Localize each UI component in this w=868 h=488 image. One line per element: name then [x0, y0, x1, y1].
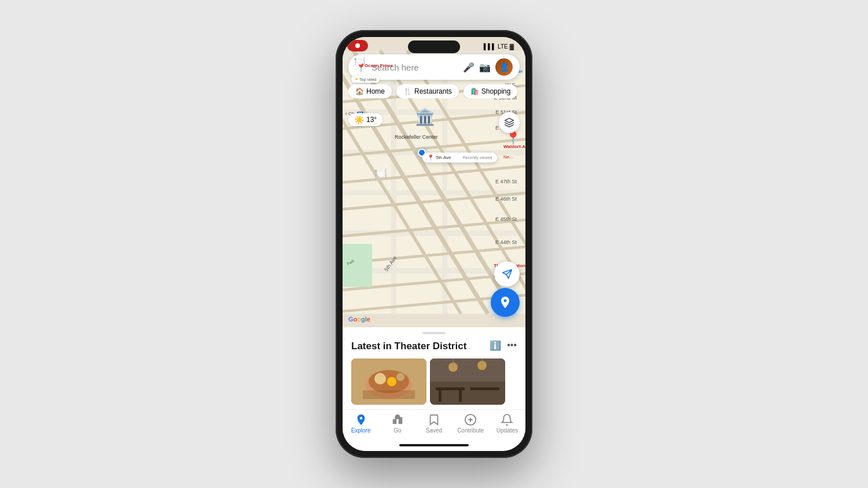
nav-contribute-label: Contribute [457, 427, 484, 434]
photo-thumb-2[interactable] [430, 358, 505, 405]
pill-shopping-label: Shopping [481, 87, 511, 95]
pill-restaurants-label: Restaurants [414, 87, 452, 95]
svg-rect-48 [436, 387, 465, 390]
recently-viewed-bubble[interactable]: 📍 5th Ave Recently viewed [422, 153, 497, 162]
more-options-icon[interactable]: ••• [507, 340, 517, 350]
record-button[interactable] [347, 40, 368, 51]
user-avatar[interactable]: 👤 [495, 58, 513, 76]
battery-icon: ▓ [510, 43, 514, 50]
home-indicator [399, 444, 469, 446]
nav-explore-label: Explore [351, 427, 371, 434]
bottom-nav: Explore Go Saved [343, 409, 525, 439]
info-icon[interactable]: ℹ️ [490, 340, 501, 351]
signal-icon: ▌▌▌ [484, 43, 496, 50]
photos-row [351, 358, 517, 409]
camera-icon[interactable]: 📷 [479, 62, 491, 73]
phone-screen: ▌▌▌ LTE ▓ [343, 37, 525, 451]
home-icon: 🏠 [355, 87, 364, 95]
category-pills: 🏠 Home 🍴 Restaurants 🛍️ Shopping ⊞ [348, 84, 520, 98]
svg-rect-51 [459, 390, 462, 402]
nav-item-contribute[interactable]: Contribute [453, 413, 489, 434]
svg-rect-41 [363, 390, 415, 399]
nav-saved-label: Saved [426, 427, 442, 434]
direction-button[interactable] [494, 261, 520, 287]
pill-restaurants[interactable]: 🍴 Restaurants [396, 84, 459, 98]
phone-frame: ▌▌▌ LTE ▓ [336, 30, 532, 458]
ocean-prime-pin[interactable]: 🍽️ ★ Top rated [354, 56, 366, 66]
google-logo: Google [348, 316, 370, 323]
panel-header: Latest in Theater District ℹ️ ••• [351, 340, 517, 353]
nav-item-updates[interactable]: Updates [489, 413, 525, 434]
home-indicator-area [343, 439, 525, 451]
ocean-prime-label: Ocean Prime [365, 59, 393, 69]
dynamic-island [408, 40, 460, 53]
nav-go-label: Go [393, 427, 401, 434]
map-view[interactable]: Park W 55th St W S... E 52nd St E 51st S… [343, 37, 525, 327]
nav-item-explore[interactable]: Explore [343, 413, 379, 434]
svg-rect-14 [396, 236, 442, 268]
explore-icon [355, 413, 367, 426]
nav-item-saved[interactable]: Saved [415, 413, 452, 434]
pill-home[interactable]: 🏠 Home [348, 84, 392, 98]
svg-rect-49 [470, 387, 499, 390]
restaurant-pin-orange[interactable]: 🍽️ [374, 167, 387, 180]
svg-rect-17 [396, 273, 442, 314]
nav-updates-label: Updates [496, 427, 518, 434]
pill-home-label: Home [366, 87, 385, 95]
panel-handle[interactable] [422, 332, 446, 334]
status-icons: ▌▌▌ LTE ▓ [484, 43, 514, 50]
pill-shopping[interactable]: 🛍️ Shopping [464, 84, 518, 98]
shopping-icon: 🛍️ [470, 87, 479, 95]
svg-rect-10 [343, 195, 391, 230]
svg-rect-52 [393, 419, 396, 424]
map-layer-button[interactable] [499, 112, 520, 133]
temperature-widget: ☀️ 13° [348, 113, 382, 126]
restaurants-icon: 🍴 [403, 87, 412, 95]
go-icon [391, 413, 404, 426]
svg-point-38 [374, 373, 386, 385]
navigate-fab[interactable] [491, 288, 520, 317]
temperature-value: 13° [366, 116, 377, 124]
top-rated-badge: ★ Top rated [351, 76, 380, 83]
svg-point-40 [396, 373, 404, 381]
saved-icon [428, 413, 440, 426]
svg-point-39 [387, 377, 396, 386]
panel-title: Latest in Theater District [351, 340, 466, 353]
svg-rect-50 [439, 390, 442, 402]
sun-icon: ☀️ [354, 115, 364, 124]
nav-item-go[interactable]: Go [379, 413, 415, 434]
panel-actions: ℹ️ ••• [490, 340, 517, 351]
rockefeller-building-icon: 🏛️ [415, 109, 435, 125]
svg-rect-43 [430, 358, 505, 382]
rockefeller-label: Rockefeller Center [395, 131, 438, 141]
svg-rect-33 [343, 244, 372, 287]
network-icon: LTE [498, 43, 508, 50]
updates-icon [501, 413, 513, 426]
mic-icon[interactable]: 🎤 [463, 62, 475, 73]
photo-thumb-1[interactable] [351, 358, 426, 405]
bottom-panel: Latest in Theater District ℹ️ ••• [343, 327, 525, 409]
contribute-icon [464, 413, 477, 426]
